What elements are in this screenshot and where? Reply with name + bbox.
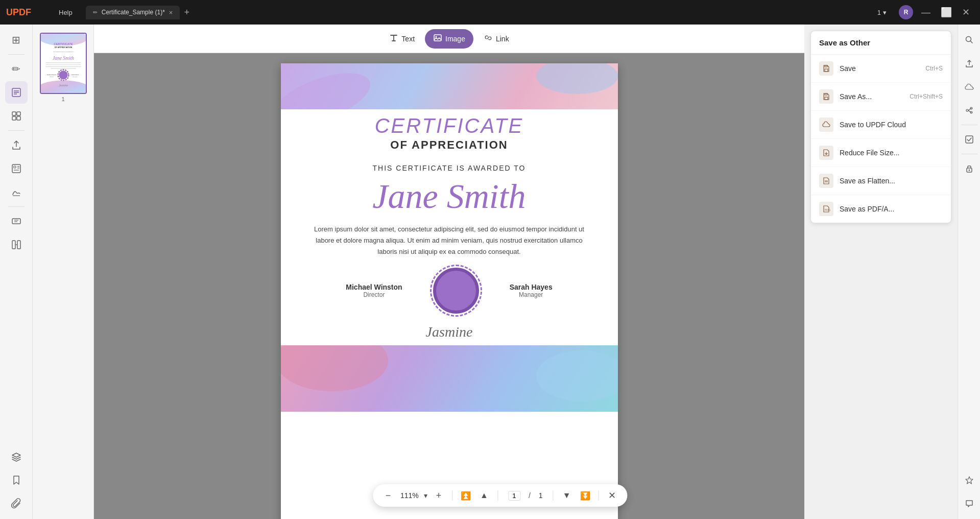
- sidebar-icon-organize[interactable]: [5, 105, 28, 127]
- svg-text:Jasmine: Jasmine: [58, 84, 68, 87]
- svg-text:Director: Director: [49, 76, 54, 78]
- certificate-title-area: CERTIFICATE OF APPRECIATION: [281, 109, 618, 154]
- image-tool-button[interactable]: Image: [425, 29, 473, 49]
- sidebar-icon-ocr[interactable]: [5, 210, 28, 232]
- nav-last-button[interactable]: ⏬: [578, 488, 592, 503]
- svg-rect-8: [12, 164, 20, 173]
- right-share-button[interactable]: [958, 99, 981, 122]
- save-flatten-button[interactable]: Save as Flatten...: [811, 167, 951, 195]
- titlebar: UPDF Help ✏ Certificate_Sample (1)* × + …: [0, 0, 980, 25]
- left-sidebar: ⊞ ✏: [0, 25, 33, 519]
- text-tool-button[interactable]: Text: [381, 29, 423, 49]
- save-pdfa-button[interactable]: PDF/A Save as PDF/A...: [811, 195, 951, 223]
- right-lock-button[interactable]: [958, 157, 981, 180]
- save-icon: [819, 61, 833, 76]
- file-menu[interactable]: [39, 10, 50, 14]
- save-label: Save: [840, 64, 856, 73]
- reduce-file-size-label: Reduce File Size...: [840, 149, 900, 157]
- save-cloud-button[interactable]: Save to UPDF Cloud: [811, 111, 951, 139]
- close-toolbar-button[interactable]: ✕: [605, 488, 619, 503]
- toolbar-divider-2: [497, 490, 498, 501]
- save-panel-title: Save as Other: [811, 31, 951, 55]
- zoom-value-display: 111%: [399, 491, 420, 500]
- sidebar-icon-compare[interactable]: [5, 233, 28, 256]
- signatory-2-name: Sarah Hayes: [510, 283, 553, 291]
- save-as-button[interactable]: Save As... Ctrl+Shift+S: [811, 83, 951, 111]
- toolbar-divider-3: [553, 490, 554, 501]
- signatory-1: Michael Winston Director: [346, 283, 402, 298]
- thumbnail-image-1: CERTIFICATE OF APPRECIATION THIS CERTIFI…: [40, 33, 87, 94]
- save-cloud-icon: [819, 117, 833, 132]
- certificate-body-text: Lorem ipsum dolor sit amet, consectetur …: [281, 224, 618, 257]
- save-button[interactable]: Save Ctrl+S: [811, 55, 951, 83]
- svg-line-49: [970, 41, 972, 43]
- page-current[interactable]: [504, 491, 524, 501]
- save-pdfa-icon: PDF/A: [819, 202, 833, 216]
- page-total: 1: [535, 491, 547, 500]
- svg-rect-7: [17, 116, 20, 120]
- certificate-subtitle: OF APPRECIATION: [281, 138, 618, 152]
- svg-marker-56: [966, 477, 973, 484]
- nav-next-button[interactable]: ▼: [560, 488, 574, 503]
- editing-toolbar: Text Image: [94, 25, 804, 53]
- right-cloud-button[interactable]: [958, 76, 981, 98]
- user-avatar[interactable]: R: [899, 5, 913, 19]
- signatory-2: Sarah Hayes Manager: [510, 283, 553, 298]
- sidebar-icon-export[interactable]: [5, 134, 28, 156]
- signatory-1-name: Michael Winston: [346, 283, 402, 291]
- page-separator: /: [529, 491, 531, 500]
- zoom-out-button[interactable]: −: [381, 488, 395, 503]
- svg-text:PDF/A: PDF/A: [825, 208, 830, 211]
- image-icon: [433, 33, 442, 44]
- save-pdfa-label: Save as PDF/A...: [840, 205, 894, 213]
- right-ai-button[interactable]: [958, 469, 981, 491]
- link-tool-label: Link: [496, 35, 509, 43]
- pdf-canvas-area[interactable]: CERTIFICATE OF APPRECIATION THIS CERTIFI…: [94, 53, 804, 519]
- right-check-button[interactable]: [958, 128, 981, 151]
- certificate-bottom-section: Michael Winston Director Sarah Hayes Man…: [281, 268, 618, 314]
- right-area: Save as Other Save Ctrl+S: [804, 25, 958, 519]
- zoom-in-button[interactable]: +: [432, 488, 446, 503]
- svg-rect-53: [966, 136, 973, 143]
- nav-first-button[interactable]: ⏫: [459, 488, 473, 503]
- image-tool-label: Image: [445, 35, 465, 43]
- document-tab[interactable]: ✏ Certificate_Sample (1)* ×: [86, 6, 180, 19]
- sidebar-icon-layers[interactable]: [5, 445, 28, 468]
- minimize-button[interactable]: —: [917, 5, 935, 20]
- sidebar-icon-form[interactable]: [5, 157, 28, 180]
- main-content: Text Image: [94, 25, 804, 519]
- new-tab-button[interactable]: +: [180, 5, 194, 20]
- svg-text:THIS CERTIFICATE IS AWARDED TO: THIS CERTIFICATE IS AWARDED TO: [53, 51, 74, 53]
- svg-rect-28: [51, 68, 76, 69]
- sidebar-icon-attachment[interactable]: [5, 492, 28, 515]
- certificate-recipient-name: Jane Smith: [281, 177, 618, 216]
- save-as-label: Save As...: [840, 92, 872, 101]
- sidebar-icon-pages[interactable]: ⊞: [5, 29, 28, 51]
- sidebar-icon-signature[interactable]: [5, 181, 28, 203]
- maximize-button[interactable]: ⬜: [937, 5, 956, 20]
- thumbnail-panel: CERTIFICATE OF APPRECIATION THIS CERTIFI…: [33, 25, 94, 519]
- svg-rect-27: [45, 66, 81, 67]
- svg-point-31: [59, 70, 67, 79]
- svg-rect-42: [825, 97, 828, 100]
- page-input[interactable]: [508, 491, 520, 501]
- nav-prev-button[interactable]: ▲: [477, 488, 491, 503]
- right-search-button[interactable]: [958, 29, 981, 51]
- bottom-toolbar: − 111% ▾ + ⏫ ▲ / 1 ▼ ⏬ ✕: [373, 484, 628, 507]
- certificate-seal: [433, 268, 479, 314]
- zoom-dropdown-button[interactable]: ▾: [424, 491, 427, 500]
- reduce-file-size-icon: [819, 146, 833, 160]
- tab-close-button[interactable]: ×: [169, 9, 173, 16]
- right-export-button[interactable]: [958, 52, 981, 75]
- link-tool-button[interactable]: Link: [475, 29, 517, 49]
- thumbnail-item-1[interactable]: CERTIFICATE OF APPRECIATION THIS CERTIFI…: [40, 33, 87, 102]
- reduce-file-size-button[interactable]: Reduce File Size...: [811, 139, 951, 167]
- svg-rect-6: [12, 116, 16, 120]
- sidebar-icon-bookmark[interactable]: [5, 469, 28, 491]
- sidebar-icon-edit[interactable]: ✏: [5, 58, 28, 80]
- right-divider-2: [961, 154, 977, 154]
- right-chat-button[interactable]: [958, 492, 981, 515]
- sidebar-icon-annotate[interactable]: [5, 81, 28, 104]
- close-button[interactable]: ✕: [958, 5, 974, 20]
- help-menu[interactable]: Help: [54, 7, 78, 18]
